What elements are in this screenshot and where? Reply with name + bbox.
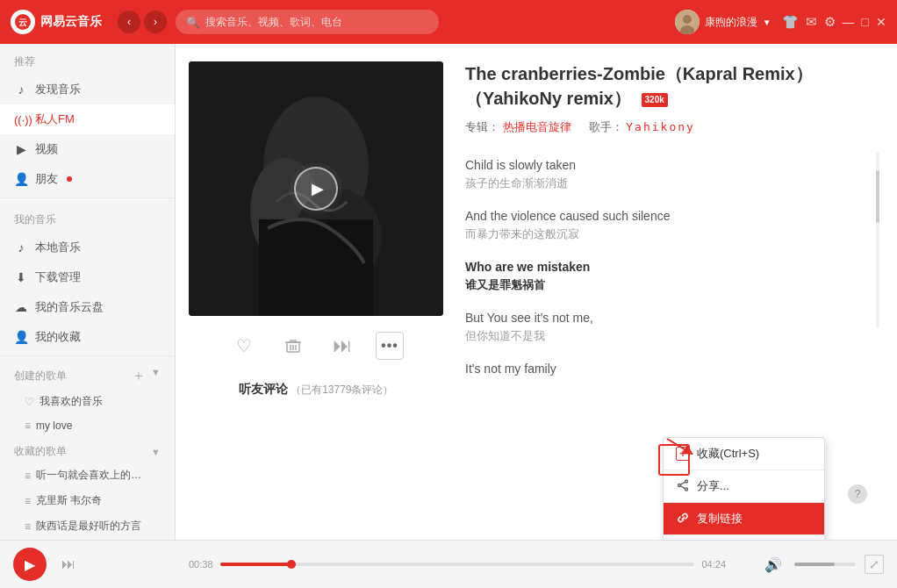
album-cover <box>189 61 443 316</box>
collect-icon: + <box>676 447 690 461</box>
recommend-label: 推荐 <box>0 44 175 75</box>
minimize-button[interactable]: — <box>843 14 855 30</box>
sidebar-divider-2 <box>0 355 175 356</box>
album-info: 专辑： 热播电音旋律 <box>465 119 571 135</box>
more-options-button[interactable]: ••• <box>376 332 404 360</box>
add-playlist-icon[interactable]: ＋ <box>132 367 146 385</box>
main-play-button[interactable]: ▶ <box>13 548 47 581</box>
radio-icon: ((·)) <box>14 113 28 126</box>
video-icon: ▶ <box>14 142 28 156</box>
sidebar-item-favorites[interactable]: 👤 我的收藏 <box>0 322 175 352</box>
created-playlists-header: 创建的歌单 ＋ ▼ <box>0 360 175 389</box>
main-next-button[interactable]: ⏭ <box>55 551 82 577</box>
bottom-bar: ▶ ⏭ 00:38 04:24 🔊 ⤢ <box>0 540 897 588</box>
album-link[interactable]: 热播电音旋律 <box>503 120 571 133</box>
artist-link[interactable]: Yahikony <box>626 120 695 133</box>
playlist-actions: ＋ ▼ <box>132 367 161 385</box>
sidebar-item-discover[interactable]: ♪ 发现音乐 <box>0 75 175 104</box>
app-container: 云 网易云音乐 ‹ › 🔍 康煦的浪漫 ▼ 👕 ✉ ⚙ — <box>0 0 897 588</box>
download-icon: ⬇ <box>14 270 28 284</box>
svg-rect-9 <box>259 219 373 316</box>
menu-item-collect[interactable]: + 收藏(Ctrl+S) <box>664 438 824 470</box>
help-button[interactable]: ? <box>848 484 867 504</box>
comments-title: 听友评论 <box>239 382 288 396</box>
speaker-icon-btn[interactable]: 🔊 <box>761 553 786 577</box>
cloud-icon: ☁ <box>14 300 28 314</box>
svg-point-16 <box>685 488 688 491</box>
logo-area: 云 网易云音乐 <box>11 10 102 34</box>
user-area[interactable]: 康煦的浪漫 ▼ <box>675 10 771 34</box>
user-dropdown-icon: ▼ <box>763 18 771 27</box>
lyric-group-2: And the violence caused such silence 而暴力… <box>465 204 871 246</box>
sidebar-item-video[interactable]: ▶ 视频 <box>0 134 175 164</box>
next-track-button[interactable]: ⏭ <box>327 330 358 362</box>
collapse-playlists-icon[interactable]: ▼ <box>151 367 161 385</box>
maximize-button[interactable]: □ <box>862 14 869 30</box>
music-note-icon: ♪ <box>14 82 28 97</box>
progress-bar-container: 00:38 04:24 <box>189 559 726 570</box>
bottom-right: 🔊 ⤢ <box>726 553 884 577</box>
nav-buttons: ‹ › <box>118 11 167 33</box>
list-icon-2: ≡ <box>25 470 31 482</box>
my-music-label: 我的音乐 <box>0 202 175 233</box>
lyric-line-zh-4: 但你知道不是我 <box>465 325 871 348</box>
favorites-icon: 👤 <box>14 330 28 344</box>
sidebar-item-mylove[interactable]: ≡ my love <box>0 414 175 437</box>
settings-icon-btn[interactable]: ⚙ <box>824 14 836 30</box>
username: 康煦的浪漫 <box>705 15 757 30</box>
sidebar-item-download[interactable]: ⬇ 下载管理 <box>0 262 175 292</box>
lyric-group-3: Who are we mistaken 谁又是罪魁祸首 <box>465 255 871 297</box>
list-icon-4: ≡ <box>25 520 31 533</box>
mail-icon-btn[interactable]: ✉ <box>806 14 817 30</box>
expand-button[interactable]: ⤢ <box>865 555 884 574</box>
artist-info: 歌手： Yahikony <box>589 119 695 135</box>
shirt-icon-btn[interactable]: 👕 <box>782 14 799 30</box>
sidebar-item-liked-music[interactable]: ♡ 我喜欢的音乐 <box>0 389 175 414</box>
sidebar-item-clouddisk[interactable]: ☁ 我的音乐云盘 <box>0 292 175 322</box>
menu-item-download[interactable]: 下载(L) <box>664 535 824 540</box>
svg-line-18 <box>681 482 685 484</box>
comments-section: 听友评论 （已有13779条评论） <box>221 369 412 411</box>
lyric-group-1: Child is slowly taken 孩子的生命渐渐消逝 <box>465 153 871 195</box>
heart-icon: ♡ <box>25 396 34 408</box>
menu-item-copy-link[interactable]: 复制链接 <box>664 503 824 534</box>
search-input[interactable] <box>205 16 428 28</box>
close-button[interactable]: ✕ <box>876 14 886 30</box>
lyric-group-5: It's not my family <box>465 356 871 381</box>
sidebar-item-local-music[interactable]: ♪ 本地音乐 <box>0 233 175 262</box>
sidebar-item-kris[interactable]: ≡ 克里斯 韦尔奇 <box>0 488 175 513</box>
progress-fill <box>220 563 291 566</box>
svg-line-19 <box>681 485 685 488</box>
comments-count: （已有13779条评论） <box>291 384 393 396</box>
svg-point-17 <box>678 484 681 486</box>
nav-back-button[interactable]: ‹ <box>118 11 140 33</box>
lyric-line-zh-3: 谁又是罪魁祸首 <box>465 274 871 297</box>
like-button[interactable]: ♡ <box>228 330 260 362</box>
context-menu: + 收藏(Ctrl+S) 分享... 复制链接 <box>663 437 825 540</box>
content-area: ♡ ⏭ ••• <box>176 44 897 540</box>
sidebar-item-privatefm[interactable]: ((·)) 私人FM <box>0 104 175 134</box>
menu-item-share[interactable]: 分享... <box>664 470 824 502</box>
nav-forward-button[interactable]: › <box>144 11 167 33</box>
sidebar-item-english-songs[interactable]: ≡ 听一句就会喜欢上的英文歌 <box>0 463 175 488</box>
song-title: The cranberries-Zombie（Kapral Remix）（Yah… <box>465 61 879 111</box>
sidebar: 推荐 ♪ 发现音乐 ((·)) 私人FM ▶ 视频 👤 朋友 我的音乐 ♪ <box>0 44 176 540</box>
song-meta: 专辑： 热播电音旋律 歌手： Yahikony <box>465 119 879 135</box>
titlebar-right: 康煦的浪漫 ▼ 👕 ✉ ⚙ — □ ✕ <box>675 10 886 34</box>
lyric-line-zh-1: 孩子的生命渐渐消逝 <box>465 172 871 195</box>
svg-point-3 <box>683 15 692 24</box>
search-bar[interactable]: 🔍 <box>176 10 439 34</box>
sidebar-item-friends[interactable]: 👤 朋友 <box>0 164 175 194</box>
player-controls: ♡ ⏭ ••• <box>228 330 404 362</box>
svg-text:云: 云 <box>18 18 27 27</box>
total-time: 04:24 <box>701 559 726 570</box>
volume-bar[interactable] <box>794 563 856 566</box>
main-area: 推荐 ♪ 发现音乐 ((·)) 私人FM ▶ 视频 👤 朋友 我的音乐 ♪ <box>0 44 897 540</box>
delete-button[interactable] <box>277 330 309 362</box>
play-button[interactable] <box>294 167 338 211</box>
sidebar-item-shaanxi[interactable]: ≡ 陕西话是最好听的方言 <box>0 513 175 539</box>
lyric-line-en-5: It's not my family <box>465 356 871 381</box>
bottom-left: ▶ ⏭ <box>13 548 189 581</box>
collapse-collected-icon[interactable]: ▼ <box>151 447 161 457</box>
progress-bar[interactable] <box>220 563 695 566</box>
